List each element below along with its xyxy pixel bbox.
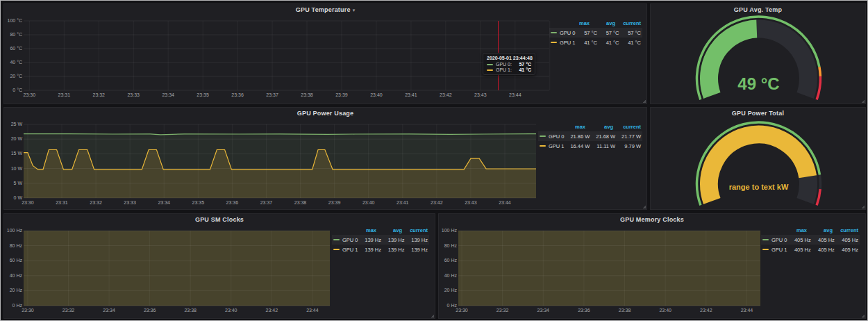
y-axis-tick-label: 0 W	[5, 195, 22, 200]
grafana-dashboard: GPU Temperature ▾ max avg current GPU 0 …	[0, 0, 868, 321]
legend-header-avg[interactable]: avg	[376, 227, 402, 233]
y-axis-tick-label: 10 W	[5, 166, 22, 171]
x-axis-tick-label: 23:40	[365, 92, 387, 97]
legend-gpu-temperature: max avg current GPU 0 57 °C 57 °C 57 °C …	[549, 18, 642, 47]
series-color-dash	[487, 69, 493, 71]
plot-svg	[24, 124, 536, 198]
panel-header[interactable]: GPU Power Usage	[4, 108, 646, 119]
legend-row-gpu0[interactable]: GPU 0 21.86 W 21.68 W 21.77 W	[538, 131, 642, 141]
x-axis-tick-label: 23:39	[331, 92, 353, 97]
x-axis-tick-label: 23:31	[51, 200, 73, 205]
x-axis-tick-label: 23:42	[260, 308, 283, 313]
panel-title-gpu-temperature[interactable]: GPU Temperature	[296, 6, 351, 13]
panel-header[interactable]: GPU SM Clocks	[4, 214, 435, 225]
resize-handle[interactable]	[860, 313, 865, 318]
resize-handle[interactable]	[642, 99, 646, 103]
panel-header[interactable]: GPU Memory Clocks	[439, 214, 865, 225]
series-name[interactable]: GPU 0	[342, 237, 358, 243]
x-axis-tick-label: 23:44	[735, 308, 758, 313]
panel-title-gpu-sm-clocks[interactable]: GPU SM Clocks	[195, 216, 244, 223]
legend-header-current[interactable]: current	[615, 20, 641, 26]
x-axis-tick-label: 23:38	[179, 308, 201, 313]
series-name[interactable]: GPU 1	[342, 247, 358, 253]
stat-avg: 57 °C	[597, 30, 619, 36]
legend-header-row: max avg current	[332, 225, 429, 235]
legend-header-avg[interactable]: avg	[585, 124, 613, 130]
series-name[interactable]: GPU 0	[549, 133, 565, 140]
resize-handle[interactable]	[430, 313, 434, 318]
graph-gpu-power-usage[interactable]	[24, 124, 536, 198]
gauge-svg: 49 °C	[651, 15, 867, 104]
y-axis-tick-label: 20 Hz	[5, 288, 22, 293]
series-name[interactable]: GPU 0	[560, 30, 576, 36]
graph-gpu-memory-clocks[interactable]	[458, 231, 760, 306]
legend-header-max[interactable]: max	[564, 20, 590, 26]
panel-title-gpu-power-usage[interactable]: GPU Power Usage	[297, 110, 354, 117]
panel-gpu-avg-temp: GPU Avg. Temp 49 °C	[650, 3, 866, 104]
x-axis-tick-label: 23:40	[654, 308, 676, 313]
x-axis-tick-label: 23:44	[301, 308, 324, 313]
series-name[interactable]: GPU 1	[560, 40, 576, 46]
resize-handle[interactable]	[860, 204, 865, 208]
legend-header-current[interactable]: current	[402, 227, 428, 233]
y-axis-tick-label: 0 °C	[5, 88, 22, 92]
x-axis-tick-label: 23:44	[504, 92, 526, 97]
panel-header[interactable]: GPU Temperature ▾	[4, 4, 646, 15]
panel-title-gpu-power-total[interactable]: GPU Power Total	[732, 110, 784, 117]
legend-header-max[interactable]: max	[781, 227, 807, 233]
gauge-threshold-arc	[820, 175, 821, 189]
legend-row-gpu1[interactable]: GPU 1 405 Hz 405 Hz 405 Hz	[761, 245, 860, 254]
y-axis-tick-label: 40 Hz	[440, 273, 457, 278]
y-axis-tick-label: 5 W	[5, 181, 22, 186]
gauge-value-text: 49 °C	[737, 74, 779, 93]
series-name[interactable]: GPU 0	[771, 237, 787, 243]
y-axis-tick-label: 60 Hz	[440, 258, 457, 263]
panel-title-gpu-avg-temp[interactable]: GPU Avg. Temp	[734, 6, 782, 13]
panel-header[interactable]: GPU Avg. Temp	[651, 4, 865, 15]
legend-row-gpu1[interactable]: GPU 1 139 Hz 139 Hz 139 Hz	[332, 245, 429, 254]
series-color-dash	[540, 135, 546, 137]
series-name[interactable]: GPU 1	[771, 247, 787, 253]
x-axis-tick-label: 23:39	[324, 200, 346, 205]
legend-header-current[interactable]: current	[833, 227, 858, 233]
x-axis-tick-label: 23:43	[460, 200, 482, 205]
x-axis-tick-label: 23:35	[192, 92, 214, 97]
tooltip-series-value: 57 °C	[519, 62, 531, 67]
y-axis-tick-label: 80 °C	[5, 32, 22, 37]
series-name[interactable]: GPU 1	[549, 143, 565, 149]
stat-current: 9.79 W	[615, 143, 641, 149]
series-area	[24, 231, 330, 306]
legend-row-gpu0[interactable]: GPU 0 405 Hz 405 Hz 405 Hz	[761, 235, 860, 245]
legend-row-gpu1[interactable]: GPU 1 16.44 W 11.11 W 9.79 W	[538, 141, 642, 151]
x-axis-tick-label: 23:30	[17, 308, 39, 313]
tooltip-series-label: GPU 1:	[496, 67, 512, 72]
graph-gpu-temperature[interactable]	[24, 21, 549, 90]
stat-max: 139 Hz	[358, 247, 382, 253]
resize-handle[interactable]	[642, 204, 646, 208]
legend-header-avg[interactable]: avg	[590, 20, 615, 26]
x-axis-tick-label: 23:36	[226, 92, 249, 97]
stat-avg: 405 Hz	[811, 247, 835, 253]
panel-title-gpu-memory-clocks[interactable]: GPU Memory Clocks	[620, 216, 684, 223]
stat-avg: 405 Hz	[811, 237, 835, 243]
panel-header[interactable]: GPU Power Total	[651, 108, 865, 119]
series-color-dash	[540, 145, 546, 147]
x-axis-tick-label: 23:30	[18, 92, 40, 97]
gauge-value-arc	[709, 135, 808, 201]
legend-row-gpu0[interactable]: GPU 0 57 °C 57 °C 57 °C	[549, 28, 642, 38]
x-axis-tick-label: 23:43	[469, 92, 492, 97]
legend-header-current[interactable]: current	[613, 124, 641, 130]
gauge-gpu-avg-temp: 49 °C	[651, 15, 867, 104]
stat-current: 41 °C	[619, 40, 642, 46]
chevron-down-icon: ▾	[353, 8, 356, 13]
legend-header-max[interactable]: max	[351, 227, 376, 233]
x-axis-tick-label: 23:31	[53, 92, 75, 97]
resize-handle[interactable]	[860, 99, 865, 103]
legend-row-gpu0[interactable]: GPU 0 139 Hz 139 Hz 139 Hz	[332, 235, 429, 245]
stat-avg: 139 Hz	[381, 237, 405, 243]
x-axis-tick-label: 23:33	[119, 200, 141, 205]
graph-gpu-sm-clocks[interactable]	[24, 231, 330, 306]
legend-header-max[interactable]: max	[558, 124, 585, 130]
legend-row-gpu1[interactable]: GPU 1 41 °C 41 °C 41 °C	[549, 38, 642, 47]
legend-header-avg[interactable]: avg	[807, 227, 833, 233]
